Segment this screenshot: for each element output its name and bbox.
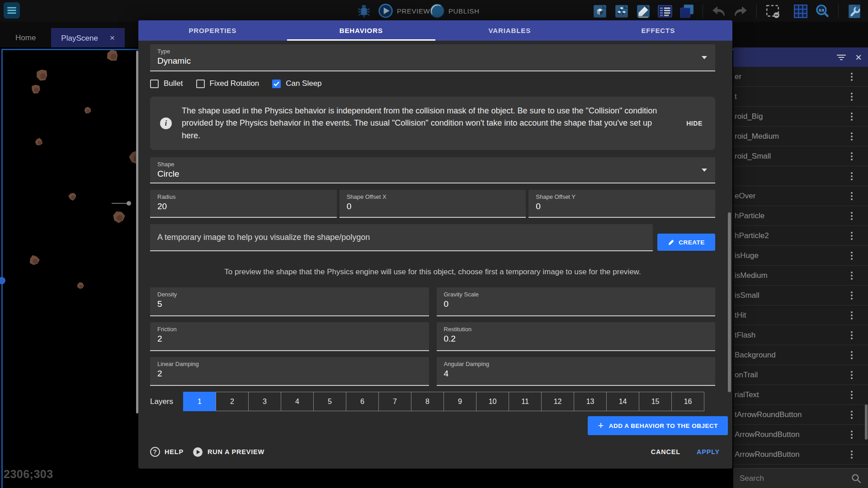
- object-menu-kebab-icon[interactable]: [849, 91, 854, 103]
- type-select[interactable]: Type Dynamic: [150, 44, 715, 71]
- hide-button[interactable]: HIDE: [686, 120, 705, 127]
- layer-toggle[interactable]: 14: [606, 392, 639, 411]
- object-menu-kebab-icon[interactable]: [849, 111, 854, 122]
- numeric-field[interactable]: Density 5: [150, 287, 429, 316]
- object-menu-kebab-icon[interactable]: [849, 349, 854, 361]
- layer-toggle[interactable]: 11: [509, 392, 542, 411]
- zoom-original-icon[interactable]: 1:1: [814, 3, 831, 20]
- object-list-item[interactable]: hParticle2: [733, 226, 868, 246]
- redo-icon[interactable]: [732, 3, 749, 20]
- panel-close-icon[interactable]: ×: [855, 52, 862, 63]
- layer-toggle[interactable]: 10: [476, 392, 509, 411]
- object-list-item[interactable]: roid_Big: [733, 107, 868, 127]
- object-list-item[interactable]: tFlash: [733, 325, 868, 345]
- temp-image-field[interactable]: A temporary image to help you visualize …: [150, 224, 653, 251]
- project-settings-wrench-icon[interactable]: [846, 3, 863, 20]
- checkbox[interactable]: Fixed Rotation: [196, 79, 259, 88]
- cancel-button[interactable]: CANCEL: [651, 448, 680, 455]
- object-list-item[interactable]: ArrowRoundButton: [733, 425, 868, 445]
- object-menu-kebab-icon[interactable]: [849, 210, 854, 222]
- object-list-item[interactable]: isHuge: [733, 246, 868, 266]
- object-menu-kebab-icon[interactable]: [849, 270, 854, 282]
- layer-toggle[interactable]: 16: [671, 392, 704, 411]
- editor-tab[interactable]: PlayScene×: [51, 28, 124, 47]
- numeric-field[interactable]: Gravity Scale 0: [437, 287, 716, 316]
- editor-tab[interactable]: Home×: [5, 28, 46, 47]
- object-list-item[interactable]: roid_Medium: [733, 127, 868, 146]
- layer-toggle[interactable]: 9: [443, 392, 476, 411]
- checkbox-box[interactable]: [272, 80, 281, 88]
- object-menu-kebab-icon[interactable]: [849, 71, 854, 83]
- undo-icon[interactable]: [710, 3, 727, 20]
- checkbox[interactable]: Bullet: [150, 79, 183, 88]
- grid-icon[interactable]: [792, 3, 809, 20]
- add-behavior-button[interactable]: + ADD A BEHAVIOR TO THE OBJECT: [588, 416, 728, 435]
- shape-param-field[interactable]: Shape Offset Y 0: [528, 190, 715, 218]
- layer-toggle[interactable]: 3: [248, 392, 281, 411]
- objects-search-input[interactable]: [740, 474, 851, 483]
- object-menu-kebab-icon[interactable]: [849, 170, 854, 182]
- objects-editor-icon[interactable]: [591, 3, 609, 20]
- checkbox-box[interactable]: [196, 80, 205, 88]
- apply-button[interactable]: APPLY: [697, 448, 720, 455]
- scene-vertical-scrollbar[interactable]: [1, 49, 3, 488]
- dialog-scrollbar-thumb[interactable]: [728, 212, 731, 392]
- layer-toggle[interactable]: 15: [639, 392, 672, 411]
- layer-toggle[interactable]: 2: [216, 392, 249, 411]
- shape-param-field[interactable]: Radius 20: [150, 190, 337, 218]
- object-list-item[interactable]: eOver: [733, 186, 868, 206]
- dialog-left-scrollbar-thumb[interactable]: [136, 51, 138, 413]
- layer-toggle[interactable]: 12: [541, 392, 574, 411]
- layer-toggle[interactable]: 6: [346, 392, 379, 411]
- tab-close-icon[interactable]: ×: [110, 33, 115, 42]
- layer-toggle[interactable]: 8: [411, 392, 444, 411]
- layer-toggle[interactable]: 13: [574, 392, 607, 411]
- object-list-item[interactable]: isMedium: [733, 266, 868, 286]
- object-menu-kebab-icon[interactable]: [849, 310, 854, 321]
- numeric-field[interactable]: Restitution 0.2: [437, 322, 716, 351]
- panel-scrollbar-thumb[interactable]: [865, 404, 868, 440]
- scene-properties-icon[interactable]: [635, 3, 652, 20]
- layer-toggle[interactable]: 5: [313, 392, 346, 411]
- object-list-item[interactable]: hParticle: [733, 206, 868, 226]
- numeric-field[interactable]: Friction 2: [150, 322, 429, 351]
- object-list-item[interactable]: er: [733, 67, 868, 87]
- filter-icon[interactable]: [836, 53, 846, 61]
- debug-icon[interactable]: [356, 3, 372, 19]
- selection-mask-icon[interactable]: [764, 3, 781, 20]
- object-list-item[interactable]: onTrail: [733, 365, 868, 385]
- events-list-icon[interactable]: [656, 3, 674, 20]
- object-list-item[interactable]: rialText: [733, 385, 868, 405]
- object-menu-kebab-icon[interactable]: [849, 389, 854, 401]
- help-button[interactable]: ? HELP: [150, 447, 184, 457]
- object-list-item[interactable]: tHit: [733, 305, 868, 325]
- layers-icon[interactable]: [678, 3, 695, 20]
- object-menu-kebab-icon[interactable]: [849, 250, 854, 262]
- dialog-tab[interactable]: BEHAVIORS: [287, 20, 436, 41]
- object-list-item[interactable]: t: [733, 87, 868, 107]
- object-list-item[interactable]: tArrowRoundButton: [733, 405, 868, 425]
- preview-button[interactable]: PREVIEW: [378, 0, 430, 22]
- checkbox[interactable]: Can Sleep: [272, 79, 321, 88]
- publish-button[interactable]: PUBLISH: [429, 0, 479, 22]
- object-menu-kebab-icon[interactable]: [849, 429, 854, 441]
- bullet[interactable]: [127, 201, 131, 206]
- object-list-item[interactable]: Background: [733, 345, 868, 365]
- object-menu-kebab-icon[interactable]: [849, 230, 854, 242]
- object-menu-kebab-icon[interactable]: [849, 369, 854, 381]
- object-menu-kebab-icon[interactable]: [849, 329, 854, 341]
- numeric-field[interactable]: Angular Damping 4: [437, 357, 716, 386]
- object-list-item[interactable]: roid_Small: [733, 146, 868, 166]
- object-menu-kebab-icon[interactable]: [849, 131, 854, 142]
- object-menu-kebab-icon[interactable]: [849, 150, 854, 162]
- checkbox-box[interactable]: [150, 80, 159, 88]
- main-menu-button[interactable]: [4, 2, 20, 19]
- layer-toggle[interactable]: 1: [183, 392, 216, 411]
- dialog-tab[interactable]: VARIABLES: [435, 20, 584, 41]
- object-list-item[interactable]: isSmall: [733, 286, 868, 305]
- object-list-item[interactable]: ArrowRoundButton: [733, 445, 868, 465]
- dialog-tab[interactable]: EFFECTS: [584, 20, 733, 41]
- object-menu-kebab-icon[interactable]: [849, 409, 854, 421]
- layer-toggle[interactable]: 4: [281, 392, 314, 411]
- create-button[interactable]: CREATE: [657, 234, 715, 251]
